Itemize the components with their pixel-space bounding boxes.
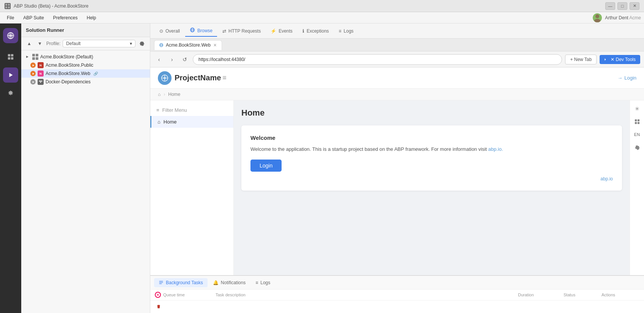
close-button[interactable]: ✕ <box>630 2 639 10</box>
svg-marker-21 <box>32 81 34 83</box>
new-tab-button[interactable]: + New Tab <box>565 55 597 64</box>
tab-http[interactable]: ⇄ HTTP Requests <box>218 26 265 36</box>
menu-preferences[interactable]: Preferences <box>49 14 82 22</box>
tree-app-icon-public: N <box>38 62 44 68</box>
events-icon: ⚡ <box>271 28 276 34</box>
page-content: ≡ Filter Menu ⌂ Home Home Welcome <box>150 100 644 275</box>
tab-browse[interactable]: Browse <box>185 25 217 37</box>
top-tabs: ⊙ Overall Browse ⇄ HTTP Requests ⚡ Event… <box>150 23 644 39</box>
tab-exceptions[interactable]: ℹ Exceptions <box>298 26 334 36</box>
bottom-toolbar <box>150 300 644 313</box>
svg-marker-20 <box>32 72 34 74</box>
tree-item-web[interactable]: N Acme.BookStore.Web 🔗 <box>21 69 150 78</box>
lang-text: EN <box>634 132 640 137</box>
sidebar-item-settings[interactable] <box>3 86 18 101</box>
tree-link-icon: 🔗 <box>93 72 98 76</box>
tree-label-docker: Docker-Dependencies <box>46 79 91 85</box>
app-nav: ProjectName ≡ → Login <box>150 67 644 89</box>
sidebar-item-home[interactable]: ⌂ Home <box>150 116 233 128</box>
maximize-button[interactable]: □ <box>617 2 627 10</box>
app-icon <box>5 3 11 9</box>
toolbar-up-btn[interactable]: ▲ <box>25 39 33 48</box>
notifications-label: Notifications <box>221 280 246 285</box>
svg-marker-18 <box>26 56 28 58</box>
page-title: Home <box>241 108 622 118</box>
address-bar: ‹ › ↺ https://localhost:44380/ + New Tab… <box>150 52 644 67</box>
background-tasks-label: Background Tasks <box>166 280 203 285</box>
menu-abp-suite[interactable]: ABP Suite <box>19 14 47 22</box>
refresh-button[interactable]: ↺ <box>180 55 190 64</box>
tree-item-docker[interactable]: Docker-Dependencies <box>21 78 150 86</box>
forward-button[interactable]: › <box>167 55 177 64</box>
hamburger-area: ≡ <box>221 72 228 83</box>
menu-file[interactable]: File <box>3 14 18 22</box>
tree-status-icon-public <box>30 63 36 68</box>
filter-icon: ≡ <box>156 107 159 113</box>
abp-footer-link[interactable]: abp.io <box>250 176 613 182</box>
app-logo-icon[interactable] <box>3 28 18 43</box>
widget-lang-btn[interactable]: EN <box>632 129 642 140</box>
logs-bottom-icon: ≡ <box>255 280 258 285</box>
app-logo: ProjectName <box>158 71 221 85</box>
toolbar-settings-btn[interactable] <box>138 39 146 48</box>
solution-panel: Solution Runner ▲ ▼ Profile: Default ▾ <box>21 23 150 313</box>
tree-item-root[interactable]: Acme.BookStore (Default) <box>21 53 150 61</box>
tab-logs[interactable]: ≡ Logs <box>334 26 358 36</box>
filter-menu[interactable]: ≡ Filter Menu <box>150 104 233 116</box>
login-arrow-icon: → <box>617 75 622 81</box>
sidebar-item-run[interactable] <box>3 67 18 83</box>
solution-header: Solution Runner <box>21 23 150 37</box>
bottom-panel: Background Tasks 🔔 Notifications ≡ Logs <box>150 275 644 313</box>
widget-sparkle-btn[interactable]: ✳ <box>632 103 642 114</box>
clear-tasks-button[interactable] <box>154 302 163 311</box>
tab-events[interactable]: ⚡ Events <box>266 26 297 36</box>
widget-bar: ✳ EN <box>630 100 644 275</box>
titlebar-left: ABP Studio (Beta) - Acme.BookStore <box>5 3 88 9</box>
home-breadcrumb-icon: ⌂ <box>158 92 161 97</box>
profile-label: Profile: <box>46 41 60 46</box>
svg-rect-23 <box>40 81 41 81</box>
svg-rect-1 <box>8 4 10 6</box>
svg-rect-38 <box>635 122 636 124</box>
svg-point-5 <box>594 19 600 22</box>
tree-label-web: Acme.BookStore.Web <box>46 71 90 76</box>
browser-tab-close[interactable]: ✕ <box>213 42 217 48</box>
tree-item-public[interactable]: N Acme.BookStore.Public <box>21 61 150 69</box>
login-link[interactable]: → Login <box>617 75 636 81</box>
sidebar-item-grid[interactable] <box>3 49 18 64</box>
url-bar[interactable]: https://localhost:44380/ <box>193 54 562 65</box>
svg-rect-3 <box>8 6 10 8</box>
login-button[interactable]: Login <box>250 160 282 172</box>
browser-content: ProjectName ≡ → Login ⌂ › H <box>150 67 644 313</box>
bottom-tab-notifications[interactable]: 🔔 Notifications <box>208 278 250 287</box>
bottom-tab-background-tasks[interactable]: Background Tasks <box>154 278 208 287</box>
window-controls[interactable]: — □ ✕ <box>605 2 639 10</box>
bottom-tab-logs[interactable]: ≡ Logs <box>251 278 275 287</box>
toolbar-down-btn[interactable]: ▼ <box>36 39 44 48</box>
user-name: Arthur Dent Acme <box>605 15 641 20</box>
card-title: Welcome <box>250 135 613 141</box>
main-layout: Solution Runner ▲ ▼ Profile: Default ▾ <box>0 23 644 313</box>
bottom-tabs: Background Tasks 🔔 Notifications ≡ Logs <box>150 276 644 290</box>
browser-tab-acme[interactable]: Acme.BookStore.Web ✕ <box>154 40 222 50</box>
logs-bottom-label: Logs <box>260 280 270 285</box>
back-button[interactable]: ‹ <box>154 55 164 64</box>
browse-icon <box>190 27 195 34</box>
abp-link-inline[interactable]: abp.io. <box>488 146 503 152</box>
widget-grid-btn[interactable] <box>632 116 642 127</box>
sparkle-icon: ✳ <box>635 106 639 112</box>
icon-sidebar <box>0 23 21 313</box>
tree-app-icon-docker <box>38 79 44 85</box>
profile-dropdown[interactable]: Default ▾ <box>63 40 135 47</box>
widget-settings-btn[interactable] <box>632 142 642 153</box>
breadcrumb-separator: › <box>164 92 165 97</box>
menu-hamburger-icon[interactable]: ≡ <box>221 72 228 83</box>
devtools-button[interactable]: ✕ Dev Tools <box>600 55 640 64</box>
tree-status-icon-docker <box>30 79 36 85</box>
cancel-all-icon[interactable] <box>155 292 161 298</box>
svg-rect-2 <box>5 6 7 8</box>
minimize-button[interactable]: — <box>605 2 615 10</box>
menu-help[interactable]: Help <box>83 14 100 22</box>
tab-overall[interactable]: ⊙ Overall <box>155 26 184 36</box>
exceptions-icon: ℹ <box>302 28 304 34</box>
